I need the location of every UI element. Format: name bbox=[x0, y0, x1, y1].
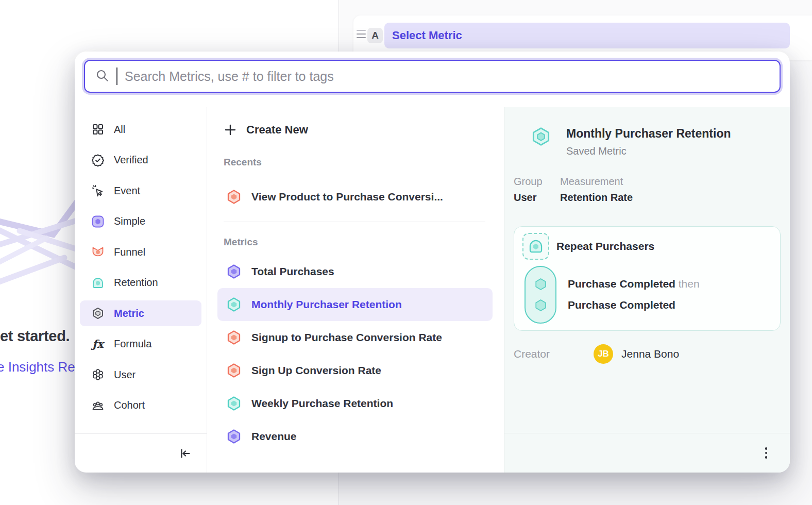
metric-row-sign-up-conversion-rate[interactable]: Sign Up Conversion Rate bbox=[217, 354, 493, 387]
create-new-label: Create New bbox=[246, 123, 308, 137]
recents-heading: Recents bbox=[224, 157, 495, 169]
metric-row-weekly-purchase-retention[interactable]: Weekly Purchase Retention bbox=[217, 387, 493, 420]
cohort-people-icon bbox=[91, 399, 105, 412]
sidebar-item-simple[interactable]: Simple bbox=[80, 209, 201, 234]
retention-step-icon-box bbox=[522, 233, 549, 260]
creator-avatar: JB bbox=[594, 344, 613, 364]
cursor-click-icon bbox=[91, 184, 105, 197]
sidebar-item-label: Retention bbox=[114, 277, 158, 289]
sidebar-item-all[interactable]: All bbox=[80, 116, 201, 142]
metric-row-total-purchases[interactable]: Total Purchases bbox=[217, 255, 493, 288]
metric-row-monthly-purchaser-retention[interactable]: Monthly Purchaser Retention bbox=[217, 288, 493, 321]
select-metric-dropdown[interactable]: Select Metric bbox=[384, 23, 790, 48]
metric-row-label: Monthly Purchaser Retention bbox=[251, 298, 402, 311]
metric-search-box[interactable] bbox=[84, 60, 781, 93]
user-cluster-icon bbox=[91, 368, 105, 381]
measurement-value: Retention Rate bbox=[560, 192, 633, 204]
metrics-list: Total Purchases Monthly Purchaser Retent… bbox=[215, 255, 495, 453]
then-word: then bbox=[679, 278, 700, 290]
retention-arch-icon bbox=[528, 238, 544, 255]
detail-meta: Group User Measurement Retention Rate bbox=[514, 176, 781, 204]
grid-icon bbox=[91, 123, 105, 136]
metric-row-label: Signup to Purchase Conversion Rate bbox=[251, 331, 442, 344]
screen: et started. e Insights Re A Select Metri… bbox=[0, 0, 812, 505]
metric-hexagon-icon bbox=[226, 395, 242, 412]
metrics-heading: Metrics bbox=[224, 237, 495, 249]
search-icon bbox=[95, 69, 109, 85]
retention-arch-icon bbox=[91, 276, 105, 290]
retention-step-2: Purchase Completed bbox=[568, 294, 700, 315]
filter-sidebar: All Verified bbox=[75, 107, 207, 473]
sidebar-item-retention[interactable]: Retention bbox=[80, 270, 201, 296]
detail-footer bbox=[504, 433, 790, 473]
create-new-button[interactable]: Create New bbox=[215, 117, 495, 142]
verified-badge-icon bbox=[91, 154, 105, 167]
sidebar-item-label: Metric bbox=[114, 308, 144, 319]
metric-hexagon-icon bbox=[226, 362, 242, 379]
metric-detail-hexagon-icon bbox=[530, 126, 552, 147]
formula-fx-icon: ƒx bbox=[91, 338, 105, 351]
search-input[interactable] bbox=[125, 69, 769, 84]
event-pair-capsule bbox=[525, 266, 556, 324]
sidebar-item-label: Verified bbox=[114, 154, 148, 166]
group-value: User bbox=[514, 192, 560, 204]
retention-card-title: Repeat Purchasers bbox=[556, 240, 654, 252]
metric-hexagon-icon bbox=[226, 189, 242, 205]
metric-selector-modal: All Verified bbox=[75, 52, 790, 473]
sidebar-item-label: Simple bbox=[114, 215, 145, 227]
simple-hexagon-icon bbox=[91, 215, 105, 228]
sidebar-item-event[interactable]: Event bbox=[80, 178, 201, 204]
metric-hexagon-icon bbox=[226, 428, 242, 445]
metric-row-label: Revenue bbox=[251, 430, 297, 443]
plus-icon bbox=[224, 123, 237, 137]
metric-row-label: Weekly Purchase Retention bbox=[251, 397, 393, 410]
retention-step-1: Purchase Completed then bbox=[568, 273, 700, 294]
metric-row-label: Sign Up Conversion Rate bbox=[251, 364, 381, 377]
event-hexagon-icon bbox=[534, 298, 548, 312]
sidebar-item-label: Cohort bbox=[114, 399, 145, 411]
metric-hexagon-icon bbox=[226, 329, 242, 346]
text-caret bbox=[116, 68, 117, 85]
metric-detail-panel: Monthly Purchaser Retention Saved Metric… bbox=[504, 107, 790, 473]
sidebar-item-label: Funnel bbox=[114, 246, 145, 258]
metric-row-revenue[interactable]: Revenue bbox=[217, 420, 493, 453]
metric-hexagon-icon bbox=[226, 296, 242, 313]
list-divider bbox=[224, 222, 485, 222]
metric-row-label: Total Purchases bbox=[251, 265, 334, 278]
metric-row-signup-to-purchase-conversion-rate[interactable]: Signup to Purchase Conversion Rate bbox=[217, 321, 493, 354]
recent-metric-row[interactable]: View Product to Purchase Conversi... bbox=[217, 180, 493, 213]
query-row-badge: A bbox=[367, 28, 383, 43]
more-options-kebab-icon[interactable] bbox=[762, 444, 771, 462]
creator-name: Jenna Bono bbox=[621, 348, 679, 360]
funnel-hexagon-icon bbox=[91, 245, 105, 259]
sidebar-item-label: User bbox=[114, 369, 136, 381]
collapse-panel-icon[interactable] bbox=[178, 446, 192, 461]
sidebar-item-verified[interactable]: Verified bbox=[80, 147, 201, 173]
creator-row: Creator JB Jenna Bono bbox=[514, 344, 781, 364]
event-hexagon-icon bbox=[534, 277, 548, 291]
metric-row-label: View Product to Purchase Conversi... bbox=[251, 191, 443, 203]
sidebar-item-label: Formula bbox=[114, 338, 151, 350]
metric-list-panel: Create New Recents View Product to Purch… bbox=[207, 107, 504, 473]
sidebar-item-user[interactable]: User bbox=[80, 362, 201, 388]
sidebar-item-cohort[interactable]: Cohort bbox=[80, 393, 201, 418]
sidebar-item-formula[interactable]: ƒx Formula bbox=[80, 331, 201, 357]
detail-subtitle: Saved Metric bbox=[566, 145, 731, 157]
measurement-label: Measurement bbox=[560, 176, 633, 188]
group-label: Group bbox=[514, 176, 560, 188]
sidebar-item-funnel[interactable]: Funnel bbox=[80, 239, 201, 265]
metric-hexagon-icon bbox=[226, 263, 242, 280]
sidebar-footer bbox=[75, 433, 207, 473]
get-started-heading-fragment: et started. bbox=[0, 328, 70, 345]
drag-handle-icon[interactable] bbox=[357, 30, 366, 38]
retention-definition-card: Repeat Purchasers Purchase Comp bbox=[514, 226, 781, 331]
sidebar-item-label: All bbox=[114, 124, 125, 136]
sidebar-item-metric[interactable]: Metric bbox=[80, 300, 201, 326]
detail-title: Monthly Purchaser Retention bbox=[566, 126, 731, 141]
insights-report-link-fragment[interactable]: e Insights Re bbox=[0, 359, 75, 375]
metric-hexagon-icon bbox=[91, 307, 105, 320]
creator-label: Creator bbox=[514, 348, 550, 360]
sidebar-item-label: Event bbox=[114, 185, 140, 197]
